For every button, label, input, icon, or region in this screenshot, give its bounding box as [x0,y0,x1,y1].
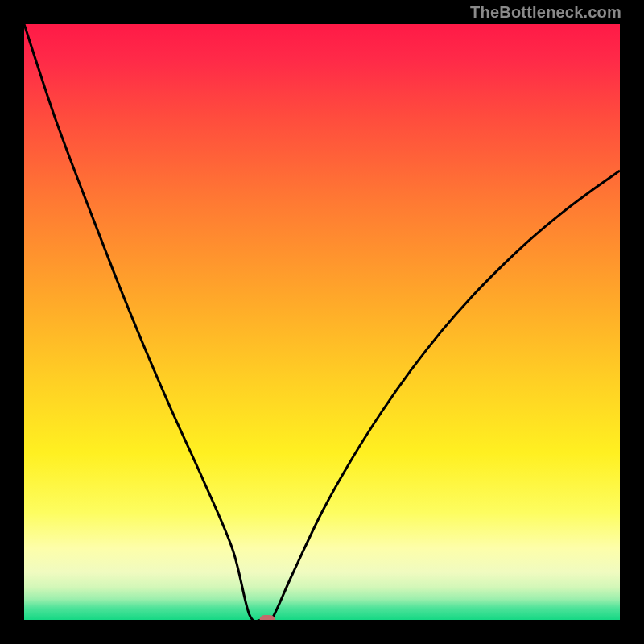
bottleneck-curve [24,24,620,620]
plot-area [24,24,620,620]
watermark-text: TheBottleneck.com [470,3,621,22]
outer-frame: TheBottleneck.com [0,0,644,644]
optimum-marker [259,615,275,620]
